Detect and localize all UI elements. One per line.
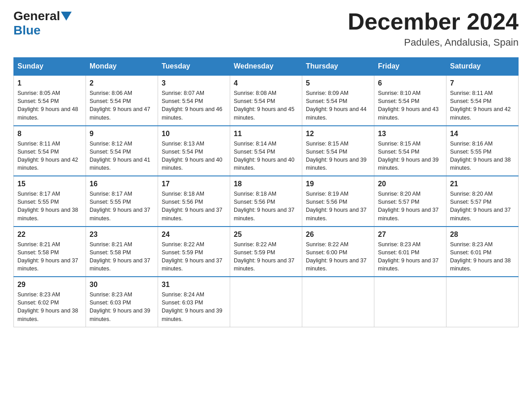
- calendar-day-cell: 24 Sunrise: 8:22 AMSunset: 5:59 PMDaylig…: [158, 227, 230, 277]
- day-number: 15: [17, 180, 82, 188]
- day-info: Sunrise: 8:11 AMSunset: 5:54 PMDaylight:…: [17, 141, 78, 171]
- calendar-day-cell: 8 Sunrise: 8:11 AMSunset: 5:54 PMDayligh…: [14, 126, 86, 176]
- calendar-day-cell: [446, 277, 519, 327]
- day-info: Sunrise: 8:18 AMSunset: 5:56 PMDaylight:…: [162, 191, 223, 221]
- day-info: Sunrise: 8:23 AMSunset: 6:03 PMDaylight:…: [90, 291, 150, 322]
- day-number: 1: [17, 79, 82, 87]
- day-info: Sunrise: 8:22 AMSunset: 5:59 PMDaylight:…: [234, 241, 295, 272]
- day-info: Sunrise: 8:05 AMSunset: 5:54 PMDaylight:…: [17, 90, 78, 120]
- calendar-header-sunday: Sunday: [14, 58, 86, 76]
- logo: General Blue: [13, 9, 73, 38]
- day-number: 19: [306, 180, 370, 188]
- calendar-day-cell: 14 Sunrise: 8:16 AMSunset: 5:55 PMDaylig…: [446, 126, 519, 176]
- day-info: Sunrise: 8:17 AMSunset: 5:55 PMDaylight:…: [90, 191, 150, 221]
- day-number: 22: [17, 231, 82, 239]
- calendar-table: SundayMondayTuesdayWednesdayThursdayFrid…: [13, 57, 519, 327]
- calendar-day-cell: 3 Sunrise: 8:07 AMSunset: 5:54 PMDayligh…: [158, 75, 230, 126]
- day-number: 5: [306, 79, 370, 87]
- calendar-day-cell: 11 Sunrise: 8:14 AMSunset: 5:54 PMDaylig…: [230, 126, 302, 176]
- calendar-day-cell: 6 Sunrise: 8:10 AMSunset: 5:54 PMDayligh…: [374, 75, 446, 126]
- day-number: 24: [162, 231, 226, 239]
- day-number: 3: [162, 79, 226, 87]
- calendar-day-cell: 18 Sunrise: 8:18 AMSunset: 5:56 PMDaylig…: [230, 176, 302, 227]
- calendar-header-monday: Monday: [86, 58, 158, 76]
- day-info: Sunrise: 8:23 AMSunset: 6:01 PMDaylight:…: [378, 241, 439, 272]
- page-header: General Blue December 2024 Padules, Anda…: [13, 9, 519, 48]
- day-number: 26: [306, 231, 370, 239]
- calendar-day-cell: 28 Sunrise: 8:23 AMSunset: 6:01 PMDaylig…: [446, 227, 519, 277]
- calendar-day-cell: 21 Sunrise: 8:20 AMSunset: 5:57 PMDaylig…: [446, 176, 519, 227]
- day-number: 11: [234, 130, 298, 138]
- day-info: Sunrise: 8:22 AMSunset: 6:00 PMDaylight:…: [306, 241, 367, 272]
- day-number: 28: [450, 231, 515, 239]
- calendar-day-cell: 2 Sunrise: 8:06 AMSunset: 5:54 PMDayligh…: [86, 75, 158, 126]
- day-number: 25: [234, 231, 298, 239]
- day-number: 10: [162, 130, 226, 138]
- day-number: 14: [450, 130, 515, 138]
- title-block: December 2024 Padules, Andalusia, Spain: [348, 9, 519, 48]
- day-info: Sunrise: 8:21 AMSunset: 5:58 PMDaylight:…: [17, 241, 78, 272]
- calendar-title: December 2024: [348, 9, 519, 34]
- logo-triangle-icon: [61, 12, 72, 21]
- calendar-day-cell: 7 Sunrise: 8:11 AMSunset: 5:54 PMDayligh…: [446, 75, 519, 126]
- day-number: 6: [378, 79, 442, 87]
- calendar-day-cell: 27 Sunrise: 8:23 AMSunset: 6:01 PMDaylig…: [374, 227, 446, 277]
- calendar-header-wednesday: Wednesday: [230, 58, 302, 76]
- day-info: Sunrise: 8:22 AMSunset: 5:59 PMDaylight:…: [162, 241, 223, 272]
- calendar-header-row: SundayMondayTuesdayWednesdayThursdayFrid…: [14, 58, 519, 76]
- calendar-header-friday: Friday: [374, 58, 446, 76]
- calendar-day-cell: 9 Sunrise: 8:12 AMSunset: 5:54 PMDayligh…: [86, 126, 158, 176]
- day-info: Sunrise: 8:16 AMSunset: 5:55 PMDaylight:…: [450, 141, 511, 171]
- day-number: 18: [234, 180, 298, 188]
- day-info: Sunrise: 8:13 AMSunset: 5:54 PMDaylight:…: [162, 141, 223, 171]
- day-number: 8: [17, 130, 82, 138]
- day-info: Sunrise: 8:07 AMSunset: 5:54 PMDaylight:…: [162, 90, 223, 120]
- day-info: Sunrise: 8:17 AMSunset: 5:55 PMDaylight:…: [17, 191, 78, 221]
- day-info: Sunrise: 8:15 AMSunset: 5:54 PMDaylight:…: [306, 141, 367, 171]
- calendar-day-cell: [230, 277, 302, 327]
- day-info: Sunrise: 8:14 AMSunset: 5:54 PMDaylight:…: [234, 141, 295, 171]
- calendar-day-cell: 1 Sunrise: 8:05 AMSunset: 5:54 PMDayligh…: [14, 75, 86, 126]
- calendar-day-cell: 5 Sunrise: 8:09 AMSunset: 5:54 PMDayligh…: [302, 75, 374, 126]
- day-info: Sunrise: 8:06 AMSunset: 5:54 PMDaylight:…: [90, 90, 150, 120]
- day-number: 30: [90, 281, 154, 289]
- day-number: 4: [234, 79, 298, 87]
- calendar-week-row: 1 Sunrise: 8:05 AMSunset: 5:54 PMDayligh…: [14, 75, 519, 126]
- day-number: 9: [90, 130, 154, 138]
- day-info: Sunrise: 8:23 AMSunset: 6:02 PMDaylight:…: [17, 291, 78, 322]
- day-number: 13: [378, 130, 442, 138]
- day-info: Sunrise: 8:19 AMSunset: 5:56 PMDaylight:…: [306, 191, 367, 221]
- day-info: Sunrise: 8:21 AMSunset: 5:58 PMDaylight:…: [90, 241, 150, 272]
- calendar-day-cell: 31 Sunrise: 8:24 AMSunset: 6:03 PMDaylig…: [158, 277, 230, 327]
- calendar-week-row: 29 Sunrise: 8:23 AMSunset: 6:02 PMDaylig…: [14, 277, 519, 327]
- day-info: Sunrise: 8:10 AMSunset: 5:54 PMDaylight:…: [378, 90, 439, 120]
- day-info: Sunrise: 8:24 AMSunset: 6:03 PMDaylight:…: [162, 291, 223, 322]
- calendar-day-cell: 15 Sunrise: 8:17 AMSunset: 5:55 PMDaylig…: [14, 176, 86, 227]
- calendar-day-cell: [374, 277, 446, 327]
- calendar-day-cell: [302, 277, 374, 327]
- day-number: 2: [90, 79, 154, 87]
- calendar-header-thursday: Thursday: [302, 58, 374, 76]
- day-number: 31: [162, 281, 226, 289]
- day-info: Sunrise: 8:09 AMSunset: 5:54 PMDaylight:…: [306, 90, 367, 120]
- calendar-day-cell: 22 Sunrise: 8:21 AMSunset: 5:58 PMDaylig…: [14, 227, 86, 277]
- calendar-day-cell: 30 Sunrise: 8:23 AMSunset: 6:03 PMDaylig…: [86, 277, 158, 327]
- calendar-week-row: 15 Sunrise: 8:17 AMSunset: 5:55 PMDaylig…: [14, 176, 519, 227]
- logo-general-text: General: [13, 9, 60, 23]
- day-number: 7: [450, 79, 515, 87]
- day-number: 27: [378, 231, 442, 239]
- calendar-day-cell: 26 Sunrise: 8:22 AMSunset: 6:00 PMDaylig…: [302, 227, 374, 277]
- day-number: 12: [306, 130, 370, 138]
- day-number: 29: [17, 281, 82, 289]
- calendar-day-cell: 16 Sunrise: 8:17 AMSunset: 5:55 PMDaylig…: [86, 176, 158, 227]
- logo-blue-text: Blue: [13, 23, 41, 37]
- calendar-day-cell: 29 Sunrise: 8:23 AMSunset: 6:02 PMDaylig…: [14, 277, 86, 327]
- calendar-day-cell: 4 Sunrise: 8:08 AMSunset: 5:54 PMDayligh…: [230, 75, 302, 126]
- day-info: Sunrise: 8:12 AMSunset: 5:54 PMDaylight:…: [90, 141, 150, 171]
- day-info: Sunrise: 8:15 AMSunset: 5:54 PMDaylight:…: [378, 141, 439, 171]
- day-number: 21: [450, 180, 515, 188]
- calendar-week-row: 8 Sunrise: 8:11 AMSunset: 5:54 PMDayligh…: [14, 126, 519, 176]
- calendar-header-saturday: Saturday: [446, 58, 519, 76]
- calendar-day-cell: 12 Sunrise: 8:15 AMSunset: 5:54 PMDaylig…: [302, 126, 374, 176]
- day-info: Sunrise: 8:23 AMSunset: 6:01 PMDaylight:…: [450, 241, 511, 272]
